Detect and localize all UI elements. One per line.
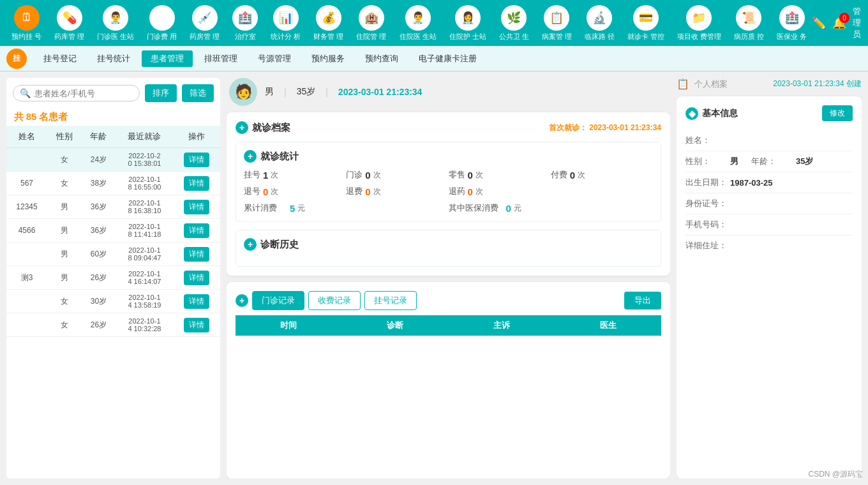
patient-last-visit-2: 2022-10-1 8 16:38:10 <box>116 195 173 219</box>
nav-label-14: 就诊卡 管控 <box>627 32 664 41</box>
nav-icon-7: 💰 <box>316 5 341 31</box>
second-nav-btn-appt-query[interactable]: 预约查询 <box>356 50 407 67</box>
first-visit-date: 2023-03-01 21:23:34 <box>589 123 661 132</box>
nav-item-1[interactable]: 💊药库管 理 <box>49 1 89 45</box>
nav-item-0[interactable]: 🗓预约挂 号 <box>6 1 47 45</box>
patient-row-6[interactable]: 女30岁2022-10-1 4 13:58:19详情 <box>6 290 220 313</box>
patient-row-2[interactable]: 12345男36岁2022-10-1 8 16:38:10详情 <box>6 195 220 219</box>
second-nav-btn-health-card[interactable]: 电子健康卡注册 <box>410 50 486 67</box>
detail-button-3[interactable]: 详情 <box>184 223 209 238</box>
mid-panel: 🧑 男 | 35岁 | 2023-03-01 21:23:34 + 就诊档案 首… <box>227 78 670 479</box>
tab-fee[interactable]: 收费记录 <box>308 291 361 310</box>
detail-button-5[interactable]: 详情 <box>184 271 209 285</box>
patient-row-1[interactable]: 567女38岁2022-10-1 8 16:55:00详情 <box>6 172 220 195</box>
patient-age-5: 26岁 <box>82 266 116 290</box>
patient-action-6[interactable]: 详情 <box>174 290 220 313</box>
patient-datetime: 2023-03-01 21:23:34 <box>338 87 423 97</box>
nav-item-6[interactable]: 📊统计分 析 <box>266 1 306 45</box>
bell-wrapper[interactable]: 🔔 0 <box>832 16 846 30</box>
count-number: 85 <box>26 111 37 122</box>
plus-icon-visit: + <box>236 121 248 134</box>
second-nav-btn-schedule[interactable]: 排班管理 <box>195 50 246 67</box>
patient-last-visit-0: 2022-10-2 0 15:38:01 <box>116 148 173 172</box>
patient-action-1[interactable]: 详情 <box>174 172 220 195</box>
right-panel: 📋 个人档案 2023-03-01 21:23:34 创建 ◆ 基本信息 修改 … <box>677 78 862 479</box>
patient-action-3[interactable]: 详情 <box>174 219 220 243</box>
search-input-wrap[interactable]: 🔍 <box>13 85 140 101</box>
patient-row-0[interactable]: 女24岁2022-10-2 0 15:38:01详情 <box>6 148 220 172</box>
detail-button-2[interactable]: 详情 <box>184 200 209 214</box>
tab-register[interactable]: 挂号记录 <box>364 291 417 310</box>
nav-item-16[interactable]: 📜病历质 控 <box>729 1 769 45</box>
top-nav: 🗓预约挂 号💊药库管 理👨‍⚕️门诊医 生站¥门诊费 用💉药房管 理🏥治疗室📊统… <box>0 0 868 46</box>
basic-info-title: ◆ 基本信息 修改 <box>685 105 853 121</box>
patient-last-visit-5: 2022-10-1 4 16:14:07 <box>116 266 173 290</box>
patient-age-6: 30岁 <box>82 290 116 313</box>
patient-row-3[interactable]: 4566男36岁2022-10-1 8 11:41:18详情 <box>6 219 220 243</box>
nav-item-11[interactable]: 🌿公共卫 生 <box>494 1 534 45</box>
edit-icon[interactable]: ✏️ <box>812 16 826 30</box>
patient-gender-6: 女 <box>47 290 82 313</box>
filter-button[interactable]: 筛选 <box>182 84 214 102</box>
patient-action-7[interactable]: 详情 <box>174 313 220 337</box>
nav-label-7: 财务管 理 <box>313 32 343 41</box>
nav-item-14[interactable]: 💳就诊卡 管控 <box>622 1 670 45</box>
patient-gender-5: 男 <box>47 266 82 290</box>
nav-item-5[interactable]: 🏥治疗室 <box>227 1 263 45</box>
nav-item-7[interactable]: 💰财务管 理 <box>308 1 348 45</box>
patient-action-4[interactable]: 详情 <box>174 243 220 266</box>
tab-outpatient[interactable]: 门诊记录 <box>252 291 304 310</box>
patient-row-4[interactable]: 男60岁2022-10-1 8 09:04:47详情 <box>6 243 220 266</box>
detail-button-7[interactable]: 详情 <box>184 318 209 332</box>
detail-button-1[interactable]: 详情 <box>184 176 209 191</box>
patient-action-2[interactable]: 详情 <box>174 195 220 219</box>
patient-row-5[interactable]: 测3男26岁2022-10-1 4 16:14:07详情 <box>6 266 220 290</box>
nav-item-10[interactable]: 👩‍⚕️住院护 士站 <box>444 1 491 45</box>
created-date: 2023-03-01 21:23:34 创建 <box>773 78 862 89</box>
search-bar: 🔍 排序 筛选 <box>6 78 220 108</box>
nav-item-17[interactable]: 🏥医保业 务 <box>772 1 812 45</box>
nav-icon-8: 🏨 <box>359 5 384 31</box>
stat-lingshou: 零售 0 次 <box>449 169 551 181</box>
stat-yibao: 其中医保消费 0 元 <box>449 202 654 214</box>
count-prefix: 共 <box>14 111 24 122</box>
detail-button-6[interactable]: 详情 <box>184 294 209 309</box>
second-nav-btn-patients[interactable]: 患者管理 <box>142 50 193 67</box>
stats-grid: 挂号 1 次 门诊 0 次 零售 0 次 付费 <box>244 169 653 214</box>
nav-item-4[interactable]: 💉药房管 理 <box>184 1 225 45</box>
nav-icon-1: 💊 <box>57 5 82 31</box>
detail-button-4[interactable]: 详情 <box>184 247 209 262</box>
patient-action-0[interactable]: 详情 <box>174 148 220 172</box>
second-nav-btn-register[interactable]: 挂号登记 <box>34 50 86 67</box>
export-button[interactable]: 导出 <box>624 292 661 310</box>
edit-button[interactable]: 修改 <box>822 105 853 121</box>
first-visit: 首次就诊： 2023-03-01 21:23:34 <box>549 123 661 133</box>
nav-item-9[interactable]: 👨‍⚕️住院医 生站 <box>394 1 442 45</box>
nav-label-15: 项目收 费管理 <box>677 32 721 41</box>
nav-item-15[interactable]: 📁项目收 费管理 <box>672 1 726 45</box>
nav-item-3[interactable]: ¥门诊费 用 <box>142 1 182 45</box>
nav-label-2: 门诊医 生站 <box>97 32 134 41</box>
avatar: 🧑 <box>229 78 257 106</box>
second-nav-btn-appointment[interactable]: 预约服务 <box>303 50 354 67</box>
nav-item-2[interactable]: 👨‍⚕️门诊医 生站 <box>92 1 139 45</box>
nav-label-3: 门诊费 用 <box>147 32 177 41</box>
patient-table: 姓名 性别 年龄 最近就诊 操作 女24岁2022-10-2 0 15:38:0… <box>6 126 220 479</box>
nav-icon-4: 💉 <box>192 5 218 31</box>
second-nav-btn-source[interactable]: 号源管理 <box>249 50 300 67</box>
search-input[interactable] <box>34 89 133 98</box>
detail-button-0[interactable]: 详情 <box>184 153 209 167</box>
patient-name-1: 567 <box>6 172 47 195</box>
patient-row-7[interactable]: 女26岁2022-10-1 4 10:32:28详情 <box>6 313 220 337</box>
nav-icon-15: 📁 <box>686 5 712 31</box>
sort-button[interactable]: 排序 <box>145 84 177 102</box>
sep1: | <box>284 87 287 97</box>
nav-label-6: 统计分 析 <box>271 32 301 41</box>
patient-action-5[interactable]: 详情 <box>174 266 220 290</box>
stat-menzhen: 门诊 0 次 <box>346 169 448 181</box>
nav-item-12[interactable]: 📋病案管 理 <box>537 1 577 45</box>
nav-item-13[interactable]: 🔬临床路 径 <box>580 1 620 45</box>
nav-item-8[interactable]: 🏨住院管 理 <box>351 1 391 45</box>
second-nav-btn-stats[interactable]: 挂号统计 <box>88 50 139 67</box>
patient-age-0: 24岁 <box>82 148 116 172</box>
